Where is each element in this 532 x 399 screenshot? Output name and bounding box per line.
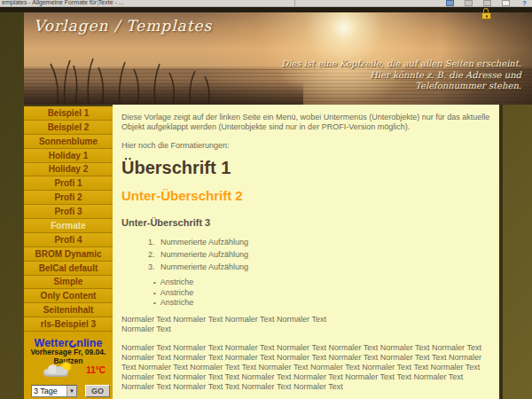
page-icon[interactable]	[502, 0, 510, 6]
chrome-divider	[98, 0, 98, 7]
sidebar: Beispiel 1 Beispiel 2 Sonnenblume Holida…	[24, 106, 113, 399]
mail-icon[interactable]	[483, 0, 491, 6]
browser-tab-title: emplates - Allgemeine Formate für Texte …	[2, 0, 124, 5]
weather-widget: Wetternline Vorhersage Fr, 09.04. Bautze…	[24, 332, 113, 399]
intro-paragraph: Diese Vorlage zeigt auf der linken Seite…	[121, 113, 490, 132]
sidebar-item-holiday-2[interactable]: Holiday 2	[24, 163, 113, 177]
tagline-line: Telefonnummer stehen.	[415, 81, 521, 90]
print-icon[interactable]	[465, 0, 473, 6]
temperature: 11°C	[86, 365, 106, 375]
formats-label: Hier noch die Formatierungen:	[121, 141, 490, 151]
heading-2: Unter-Überschrift 2	[121, 188, 490, 203]
forecast-range-select[interactable]: 3 Tage ▼	[31, 385, 77, 397]
browser-chrome: emplates - Allgemeine Formate für Texte …	[0, 0, 532, 7]
heading-1: Überschrift 1	[121, 158, 490, 177]
bullet-list-item: Anstriche	[153, 288, 490, 299]
sidebar-item-holiday-1[interactable]: Holiday 1	[24, 149, 113, 163]
page-title: Vorlagen / Templates	[34, 17, 212, 35]
tagline-line: Hier könnte z. B. die Adresse und	[370, 70, 521, 80]
sidebar-item-simple[interactable]: Simple	[24, 276, 113, 290]
chrome-divider	[294, 0, 295, 7]
sidebar-item-profi-1[interactable]: Profi 1	[24, 176, 113, 191]
sidebar-item-beispiel-1[interactable]: Beispiel 1	[24, 106, 113, 121]
bullet-list-item: Anstriche	[153, 278, 490, 288]
bullet-list-item: Anstriche	[153, 298, 490, 309]
sidebar-item-profi-2[interactable]: Profi 2	[24, 191, 113, 205]
browser-toolbar: ?	[446, 0, 528, 7]
cloud-sun-icon	[43, 363, 74, 379]
ordered-list-item: 1.Nummerierte Aufzählung	[148, 236, 490, 248]
sidebar-item-formate[interactable]: Formate	[24, 219, 113, 233]
grass-silhouette	[40, 53, 226, 105]
tagline-line: Dies ist eine Kopfzeile, die auf allen S…	[281, 59, 521, 68]
sidebar-item-belcal-default[interactable]: BelCal default	[24, 262, 113, 276]
sidebar-item-sonnenblume[interactable]: Sonnenblume	[24, 135, 113, 149]
normal-text-paragraph: Normaler Text Normaler Text Normaler Tex…	[121, 315, 490, 334]
bullet-list: Anstriche Anstriche Anstriche	[153, 278, 490, 309]
ordered-list-item: 3.Nummerierte Aufzählung	[148, 261, 490, 273]
home-icon[interactable]	[446, 0, 454, 6]
main-content: Diese Vorlage zeigt auf der linken Seite…	[113, 105, 499, 399]
sidebar-item-seiteninhalt[interactable]: Seiteninhalt	[24, 303, 113, 317]
heading-3: Unter-Überschrift 3	[121, 217, 490, 228]
normal-text-long-paragraph: Normaler Text Normaler Text Normaler Tex…	[121, 343, 490, 392]
chevron-down-icon[interactable]: ▼	[66, 386, 76, 396]
content-right-shadow	[499, 105, 503, 399]
sidebar-menu: Beispiel 1 Beispiel 2 Sonnenblume Holida…	[24, 106, 113, 332]
header-tagline: Dies ist eine Kopfzeile, die auf allen S…	[281, 59, 521, 92]
ordered-list: 1.Nummerierte Aufzählung 2.Nummerierte A…	[148, 236, 490, 273]
logo-o-icon	[69, 340, 76, 348]
ordered-list-item: 2.Nummerierte Aufzählung	[148, 248, 490, 261]
sidebar-item-beispiel-2[interactable]: Beispiel 2	[24, 121, 113, 135]
header-image: Vorlagen / Templates Dies ist eine Kopfz…	[24, 12, 532, 105]
sidebar-item-brom-dynamic[interactable]: BROM Dynamic	[24, 247, 113, 262]
sidebar-item-profi-4[interactable]: Profi 4	[24, 233, 113, 247]
screen: emplates - Allgemeine Formate für Texte …	[0, 0, 532, 399]
padlock-icon[interactable]	[481, 8, 491, 20]
sidebar-item-rls-beispiel-3[interactable]: rls-Beispiel 3	[24, 317, 113, 332]
sidebar-item-profi-3[interactable]: Profi 3	[24, 205, 113, 219]
sidebar-item-only-content[interactable]: Only Content	[24, 289, 113, 303]
help-icon[interactable]: ?	[520, 0, 528, 6]
go-button[interactable]: GO	[85, 385, 110, 397]
